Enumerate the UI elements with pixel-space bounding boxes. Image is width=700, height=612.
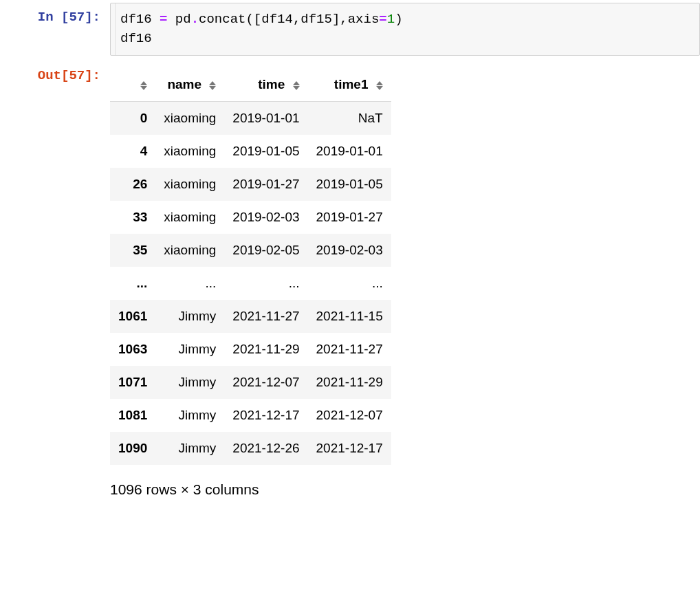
table-row: 33xiaoming2019-02-032019-01-27 — [110, 201, 391, 234]
table-row: 0xiaoming2019-01-01NaT — [110, 102, 391, 135]
sort-icon — [209, 81, 216, 90]
row-index: 1061 — [110, 300, 155, 333]
table-row: 26xiaoming2019-01-272019-01-05 — [110, 168, 391, 201]
col-name[interactable]: name — [155, 68, 224, 102]
cell-time1: 2021-11-27 — [308, 333, 391, 366]
row-index: 33 — [110, 201, 155, 234]
cell-name: xiaoming — [155, 102, 224, 135]
cell-time1: NaT — [308, 102, 391, 135]
cell-time1: 2021-11-15 — [308, 300, 391, 333]
dataframe-summary: 1096 rows × 3 columns — [110, 479, 391, 512]
cell-name: xiaoming — [155, 135, 224, 168]
cell-time: 2019-01-01 — [224, 102, 307, 135]
table-row: 1071Jimmy2021-12-072021-11-29 — [110, 366, 391, 399]
output-area: name time time1 0xiaoming2019-01-01NaT 4… — [110, 61, 391, 512]
output-cell: Out[57]: name time — [0, 58, 700, 514]
cell-time1: 2019-01-27 — [308, 201, 391, 234]
sort-icon — [140, 81, 147, 90]
code-line-2: df16 — [120, 30, 690, 49]
cell-time: 2019-01-27 — [224, 168, 307, 201]
row-index: 1081 — [110, 399, 155, 432]
row-index: 26 — [110, 168, 155, 201]
cell-time1: 2019-01-01 — [308, 135, 391, 168]
input-cell: In [57]: df16 = pd.concat([df14,df15],ax… — [0, 0, 700, 58]
sort-icon — [293, 81, 300, 90]
cell-name: Jimmy — [155, 333, 224, 366]
cell-name: ... — [155, 267, 224, 300]
cell-name: Jimmy — [155, 300, 224, 333]
table-row: 35xiaoming2019-02-052019-02-03 — [110, 234, 391, 267]
col-time1[interactable]: time1 — [308, 68, 391, 102]
table-row-ellipsis: ............ — [110, 267, 391, 300]
cell-time1: 2021-12-17 — [308, 432, 391, 465]
row-index: 1090 — [110, 432, 155, 465]
row-index: 1071 — [110, 366, 155, 399]
cell-name: Jimmy — [155, 366, 224, 399]
cell-name: Jimmy — [155, 399, 224, 432]
cell-time1: 2019-01-05 — [308, 168, 391, 201]
cell-time: ... — [224, 267, 307, 300]
cell-time: 2021-12-07 — [224, 366, 307, 399]
code-line-1: df16 = pd.concat([df14,df15],axis=1) — [120, 10, 690, 30]
col-time[interactable]: time — [224, 68, 307, 102]
cell-time: 2021-12-17 — [224, 399, 307, 432]
col-index[interactable] — [110, 68, 155, 102]
code-input[interactable]: df16 = pd.concat([df14,df15],axis=1) df1… — [110, 3, 700, 56]
row-index: 35 — [110, 234, 155, 267]
cell-name: xiaoming — [155, 234, 224, 267]
cell-time1: 2021-11-29 — [308, 366, 391, 399]
cell-time: 2021-11-29 — [224, 333, 307, 366]
cell-name: Jimmy — [155, 432, 224, 465]
row-index: 1063 — [110, 333, 155, 366]
cell-time: 2019-02-05 — [224, 234, 307, 267]
input-prompt: In [57]: — [0, 3, 110, 25]
table-row: 4xiaoming2019-01-052019-01-01 — [110, 135, 391, 168]
row-index: ... — [110, 267, 155, 300]
output-prompt: Out[57]: — [0, 61, 110, 83]
dataframe-table: name time time1 0xiaoming2019-01-01NaT 4… — [110, 68, 391, 465]
cell-time1: 2021-12-07 — [308, 399, 391, 432]
cell-time: 2019-01-05 — [224, 135, 307, 168]
table-row: 1081Jimmy2021-12-172021-12-07 — [110, 399, 391, 432]
header-row: name time time1 — [110, 68, 391, 102]
cell-time: 2019-02-03 — [224, 201, 307, 234]
cell-name: xiaoming — [155, 201, 224, 234]
cell-name: xiaoming — [155, 168, 224, 201]
table-row: 1063Jimmy2021-11-292021-11-27 — [110, 333, 391, 366]
cell-time1: ... — [308, 267, 391, 300]
cell-time: 2021-11-27 — [224, 300, 307, 333]
sort-icon — [376, 81, 383, 90]
table-row: 1090Jimmy2021-12-262021-12-17 — [110, 432, 391, 465]
table-body: 0xiaoming2019-01-01NaT 4xiaoming2019-01-… — [110, 102, 391, 466]
cell-time1: 2019-02-03 — [308, 234, 391, 267]
table-row: 1061Jimmy2021-11-272021-11-15 — [110, 300, 391, 333]
row-index: 4 — [110, 135, 155, 168]
row-index: 0 — [110, 102, 155, 135]
cell-time: 2021-12-26 — [224, 432, 307, 465]
